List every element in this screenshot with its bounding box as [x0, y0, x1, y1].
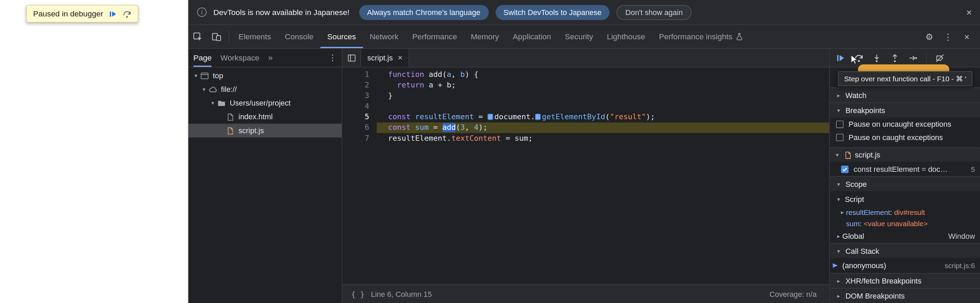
toggle-navigator-icon[interactable]	[342, 49, 361, 67]
step-button[interactable]	[908, 53, 918, 63]
expander-icon: ▾	[835, 196, 842, 202]
code-editor[interactable]: 1 2 3 4 5 6 7 function add(a, b) { retur…	[342, 68, 829, 284]
expander-icon[interactable]: ▾	[200, 86, 208, 92]
code-line-3[interactable]: }	[377, 90, 829, 101]
infobar-close-icon[interactable]: ×	[966, 8, 972, 17]
gutter-line-5-breakpoint[interactable]: 5	[342, 112, 377, 122]
breakpoint-file-group[interactable]: ▾ script.js	[830, 148, 980, 162]
deactivate-breakpoints-button[interactable]	[935, 53, 945, 63]
expander-icon: ▾	[835, 247, 842, 254]
scope-variable-sum[interactable]: sum: <value unavailable>	[830, 218, 980, 229]
more-tabs-chevron[interactable]: »	[268, 53, 272, 62]
tab-elements[interactable]: Elements	[231, 25, 278, 48]
code-line-5[interactable]: const resultElement = document.getElemen…	[377, 112, 829, 122]
tab-sources[interactable]: Sources	[320, 25, 363, 48]
overlay-resume-button[interactable]	[109, 10, 117, 18]
scope-global-group[interactable]: ▸ Global Window	[830, 229, 980, 243]
devtools-main-toolbar: Elements Console Sources Network Perform…	[188, 25, 980, 49]
section-call-stack[interactable]: ▾ Call Stack	[830, 243, 980, 258]
tree-item-file-protocol[interactable]: ▾ file://	[188, 82, 342, 96]
tree-item-index-html[interactable]: index.html	[188, 110, 342, 124]
coverage-status: Coverage: n/a	[769, 290, 820, 298]
expander-icon[interactable]: ▾	[209, 100, 216, 106]
tab-console[interactable]: Console	[278, 25, 320, 48]
tab-security[interactable]: Security	[558, 25, 600, 48]
tab-performance-insights[interactable]: Performance insights	[652, 25, 751, 48]
tree-item-script-js[interactable]: script.js	[188, 124, 342, 137]
breakpoint-checkbox[interactable]	[841, 165, 849, 173]
pause-caught-exceptions-row[interactable]: Pause on caught exceptions	[830, 130, 980, 143]
inline-breakpoint-marker[interactable]	[535, 114, 541, 120]
editor-gutter: 1 2 3 4 5 6 7	[342, 69, 377, 144]
pretty-print-icon[interactable]: { }	[351, 290, 365, 298]
tab-lighthouse[interactable]: Lighthouse	[600, 25, 652, 48]
file-tree: ▾ top ▾ file:// ▾	[188, 68, 342, 138]
tab-memory[interactable]: Memory	[464, 25, 506, 48]
section-breakpoints[interactable]: ▾ Breakpoints	[830, 103, 980, 117]
sources-panel: Page Workspace » ⋮ ▾ top ▾	[188, 49, 980, 303]
gutter-line-3[interactable]: 3	[342, 90, 377, 101]
gutter-line-2[interactable]: 2	[342, 80, 377, 90]
step-out-button[interactable]	[890, 53, 900, 63]
tree-item-top[interactable]: ▾ top	[188, 69, 342, 82]
breakpoint-entry[interactable]: const resultElement = doc… 5	[830, 162, 980, 176]
folder-icon	[216, 98, 226, 108]
navigator-header: Page Workspace » ⋮	[188, 49, 342, 68]
code-line-4[interactable]	[377, 101, 829, 112]
step-into-button[interactable]	[872, 53, 881, 63]
scope-script-group[interactable]: ▾ Script	[830, 191, 980, 207]
inspect-element-button[interactable]	[188, 25, 207, 48]
call-stack-frame[interactable]: (anonymous) script.js:6	[830, 258, 980, 273]
breakpoints-gap	[830, 144, 980, 148]
code-line-1[interactable]: function add(a, b) {	[377, 69, 829, 80]
gutter-line-1[interactable]: 1	[342, 69, 377, 80]
editor-statusbar: { } Line 6, Column 15 Coverage: n/a	[342, 284, 829, 303]
navigator-menu-kebab-icon[interactable]: ⋮	[329, 53, 337, 62]
navigator-tab-workspace[interactable]: Workspace	[221, 49, 259, 67]
tab-application[interactable]: Application	[506, 25, 558, 48]
code-line-7[interactable]: resultElement.textContent = sum;	[377, 133, 829, 144]
section-dom-breakpoints[interactable]: ▸ DOM Breakpoints	[830, 288, 980, 303]
paused-in-debugger-banner: Paused in debugger	[26, 5, 138, 22]
section-scope[interactable]: ▾ Scope	[830, 176, 980, 191]
close-tab-icon[interactable]: ×	[398, 54, 402, 62]
mouse-cursor	[850, 54, 861, 65]
tab-network[interactable]: Network	[363, 25, 405, 48]
paused-call-highlight: add	[442, 123, 456, 132]
beaker-icon	[735, 33, 744, 41]
inline-breakpoint-marker[interactable]	[488, 114, 493, 120]
scope-variable-resultElement[interactable]: ▸ resultElement: div#result	[830, 207, 980, 218]
device-toolbar-button[interactable]	[207, 25, 226, 48]
gutter-line-6[interactable]: 6	[342, 122, 377, 133]
expander-icon: ▸	[835, 233, 842, 239]
always-match-language-button[interactable]: Always match Chrome's language	[359, 5, 488, 20]
section-watch[interactable]: ▸ Watch	[830, 87, 980, 103]
gutter-line-4[interactable]: 4	[342, 101, 377, 112]
code-line-2[interactable]: return a + b;	[377, 80, 829, 90]
global-value: Window	[948, 232, 975, 241]
switch-to-japanese-button[interactable]: Switch DevTools to Japanese	[495, 5, 610, 20]
overlay-step-over-button[interactable]	[123, 10, 132, 18]
code-line-6-execution-line[interactable]: const sum = add(3, 4);	[377, 122, 829, 133]
devtools-window: i DevTools is now available in Japanese!…	[188, 0, 980, 303]
more-options-kebab-icon[interactable]: ⋮	[940, 32, 956, 41]
resume-button[interactable]	[835, 53, 845, 63]
tab-performance[interactable]: Performance	[405, 25, 464, 48]
close-devtools-icon[interactable]: ×	[959, 32, 975, 41]
pause-caught-checkbox[interactable]	[836, 133, 843, 141]
settings-gear-icon[interactable]: ⚙	[921, 32, 938, 41]
infobar-message: DevTools is now available in Japanese!	[213, 8, 350, 17]
code-lines: function add(a, b) { return a + b; } con…	[377, 69, 829, 144]
toolbar-right-controls: ⚙ ⋮ ×	[921, 25, 980, 48]
gutter-line-7[interactable]: 7	[342, 133, 377, 144]
navigator-tab-page[interactable]: Page	[194, 49, 212, 67]
dont-show-again-button[interactable]: Don't show again	[617, 5, 691, 20]
pause-uncaught-checkbox[interactable]	[836, 120, 843, 128]
expander-icon[interactable]: ▾	[192, 72, 200, 79]
tree-item-project-folder[interactable]: ▾ Users/user/project	[188, 96, 342, 110]
section-xhr-breakpoints[interactable]: ▸ XHR/fetch Breakpoints	[830, 273, 980, 288]
pause-uncaught-exceptions-row[interactable]: Pause on uncaught exceptions	[830, 117, 980, 130]
panel-tabs: Elements Console Sources Network Perform…	[231, 25, 751, 48]
editor-tab-script-js[interactable]: script.js ×	[361, 49, 409, 67]
language-infobar: i DevTools is now available in Japanese!…	[188, 0, 980, 25]
